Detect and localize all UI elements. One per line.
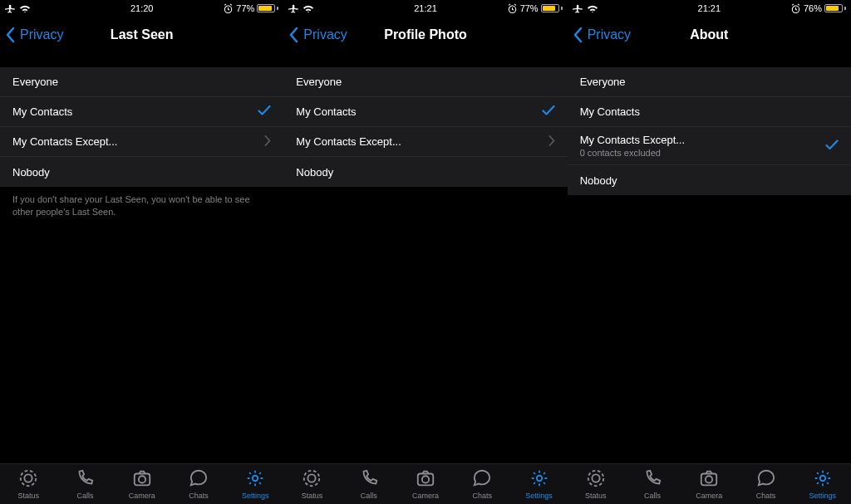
privacy-option-row[interactable]: Nobody bbox=[283, 157, 567, 187]
privacy-option-row[interactable]: Nobody bbox=[568, 165, 851, 195]
option-label: My Contacts Except... bbox=[12, 135, 117, 148]
tab-status[interactable]: Status bbox=[568, 464, 624, 504]
camera-icon bbox=[416, 468, 435, 490]
tab-label: Chats bbox=[473, 492, 493, 500]
privacy-option-row[interactable]: My Contacts Except... bbox=[0, 127, 283, 157]
option-label: Everyone bbox=[296, 76, 342, 88]
svg-point-5 bbox=[253, 476, 258, 481]
privacy-option-row[interactable]: Everyone bbox=[568, 67, 851, 97]
tab-settings[interactable]: Settings bbox=[510, 464, 567, 504]
tab-status[interactable]: Status bbox=[0, 464, 57, 504]
back-button[interactable]: Privacy bbox=[0, 27, 63, 43]
tab-label: Chats bbox=[756, 492, 776, 500]
checkmark-icon bbox=[542, 105, 555, 119]
tab-status[interactable]: Status bbox=[283, 464, 340, 504]
camera-icon bbox=[132, 468, 152, 490]
privacy-option-row[interactable]: My Contacts bbox=[0, 97, 283, 127]
privacy-option-row[interactable]: Everyone bbox=[283, 67, 567, 97]
back-label: Privacy bbox=[20, 27, 63, 42]
back-button[interactable]: Privacy bbox=[283, 27, 347, 43]
privacy-option-row[interactable]: My Contacts bbox=[283, 97, 567, 127]
status-icon bbox=[18, 468, 38, 490]
chat-bubble-icon bbox=[189, 468, 209, 490]
checkmark-icon bbox=[258, 105, 271, 119]
tab-camera[interactable]: Camera bbox=[114, 464, 170, 504]
airplane-mode-icon bbox=[288, 3, 299, 14]
phone-icon bbox=[359, 468, 379, 490]
checkmark-icon bbox=[825, 139, 839, 153]
chevron-right-icon bbox=[264, 135, 271, 149]
tab-label: Settings bbox=[242, 492, 269, 500]
tab-label: Camera bbox=[696, 492, 722, 500]
status-icon bbox=[586, 468, 606, 490]
tab-label: Chats bbox=[189, 492, 209, 500]
wifi-icon bbox=[19, 4, 31, 13]
options-list: EveryoneMy ContactsMy Contacts Except...… bbox=[0, 67, 283, 187]
tab-settings[interactable]: Settings bbox=[794, 464, 851, 504]
svg-point-8 bbox=[308, 474, 316, 482]
wifi-icon bbox=[303, 4, 314, 13]
chat-bubble-icon bbox=[756, 468, 776, 490]
chevron-right-icon bbox=[548, 135, 555, 149]
wifi-icon bbox=[587, 4, 598, 13]
option-label: Everyone bbox=[580, 76, 626, 88]
tab-settings[interactable]: Settings bbox=[227, 464, 283, 504]
tab-chats[interactable]: Chats bbox=[170, 464, 227, 504]
tab-calls[interactable]: Calls bbox=[57, 464, 113, 504]
nav-bar: PrivacyProfile Photo bbox=[283, 17, 567, 53]
option-label: Nobody bbox=[12, 166, 50, 179]
tab-calls[interactable]: Calls bbox=[341, 464, 397, 504]
svg-point-13 bbox=[588, 471, 603, 486]
svg-point-16 bbox=[706, 476, 712, 482]
svg-point-11 bbox=[536, 476, 541, 481]
option-label: My Contacts Except... bbox=[580, 134, 685, 146]
back-label: Privacy bbox=[303, 27, 347, 42]
privacy-option-row[interactable]: My Contacts bbox=[568, 97, 851, 127]
back-button[interactable]: Privacy bbox=[568, 27, 631, 43]
option-label: My Contacts bbox=[580, 105, 640, 118]
tab-label: Camera bbox=[412, 492, 439, 500]
alarm-icon bbox=[790, 3, 801, 14]
privacy-option-row[interactable]: Everyone bbox=[0, 67, 283, 97]
phone-icon bbox=[642, 468, 662, 490]
gear-icon bbox=[245, 468, 265, 490]
tab-calls[interactable]: Calls bbox=[624, 464, 681, 504]
status-bar: 21:2077% bbox=[0, 0, 283, 17]
privacy-option-row[interactable]: Nobody bbox=[0, 157, 283, 187]
tab-label: Calls bbox=[361, 492, 377, 500]
nav-bar: PrivacyAbout bbox=[568, 17, 851, 53]
status-icon bbox=[302, 468, 322, 490]
battery-icon bbox=[257, 4, 278, 12]
option-label: My Contacts Except... bbox=[296, 135, 401, 148]
option-label: Everyone bbox=[12, 76, 58, 88]
battery-percent: 76% bbox=[804, 3, 822, 13]
option-subtitle: 0 contacts excluded bbox=[580, 148, 661, 158]
tab-chats[interactable]: Chats bbox=[737, 464, 794, 504]
status-bar: 21:2176% bbox=[568, 0, 851, 17]
svg-point-7 bbox=[304, 471, 319, 486]
svg-point-1 bbox=[21, 471, 36, 486]
footer-note: If you don't share your Last Seen, you w… bbox=[0, 187, 283, 225]
option-label: My Contacts bbox=[296, 105, 356, 118]
options-list: EveryoneMy ContactsMy Contacts Except...… bbox=[568, 67, 851, 195]
tab-label: Status bbox=[302, 492, 323, 500]
tab-chats[interactable]: Chats bbox=[454, 464, 510, 504]
tab-camera[interactable]: Camera bbox=[681, 464, 737, 504]
privacy-option-row[interactable]: My Contacts Except... bbox=[283, 127, 567, 157]
tab-label: Settings bbox=[809, 492, 837, 500]
options-list: EveryoneMy ContactsMy Contacts Except...… bbox=[283, 67, 567, 187]
tab-camera[interactable]: Camera bbox=[397, 464, 454, 504]
tab-label: Camera bbox=[129, 492, 155, 500]
option-label: My Contacts bbox=[12, 105, 72, 118]
phone-icon bbox=[75, 468, 95, 490]
airplane-mode-icon bbox=[5, 3, 16, 14]
battery-percent: 77% bbox=[236, 3, 254, 13]
privacy-option-row[interactable]: My Contacts Except...0 contacts excluded bbox=[568, 127, 851, 165]
svg-point-17 bbox=[820, 476, 825, 481]
alarm-icon bbox=[223, 3, 234, 14]
option-label: Nobody bbox=[580, 174, 617, 187]
status-bar: 21:2177% bbox=[283, 0, 567, 17]
tab-label: Status bbox=[17, 492, 39, 500]
tab-label: Calls bbox=[76, 492, 93, 500]
back-label: Privacy bbox=[588, 27, 631, 42]
